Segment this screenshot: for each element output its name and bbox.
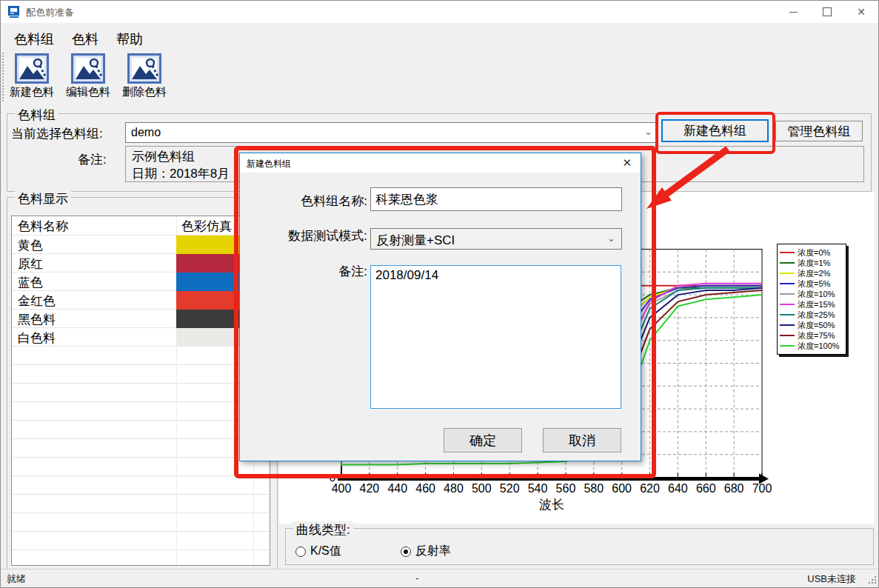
- radio-selected-dot: [404, 549, 408, 554]
- x-tick-label: 480: [444, 482, 464, 495]
- picture-icon: [71, 53, 105, 84]
- colorant-set-combobox-value: demo: [131, 126, 161, 139]
- colorant-display-group-title: 色料显示: [15, 190, 71, 207]
- table-row[interactable]: 黄色: [12, 235, 270, 254]
- radio-ks-value[interactable]: K/S值: [295, 544, 341, 559]
- menu-item-2[interactable]: 色料: [63, 28, 107, 50]
- table-empty-row[interactable]: [12, 347, 270, 365]
- menu-item-1[interactable]: 色料组: [5, 28, 63, 50]
- table-empty-row[interactable]: [12, 476, 270, 495]
- title-bar: 配色前准备 ✕: [1, 1, 878, 23]
- dialog-remark-textarea[interactable]: 2018/09/14: [370, 265, 621, 409]
- tool-button-label: 删除色料: [122, 85, 167, 99]
- x-tick-label: 540: [528, 482, 548, 495]
- minimize-button[interactable]: [776, 1, 810, 23]
- table-empty-row[interactable]: [12, 421, 270, 439]
- colorant-table[interactable]: 色料名称色彩仿真黄色原红蓝色金红色黑色料白色料: [11, 216, 270, 566]
- new-colorant-set-button[interactable]: 新建色料组: [661, 119, 769, 142]
- radio-reflectance[interactable]: 反射率: [401, 544, 451, 559]
- dialog-close-icon[interactable]: ✕: [622, 156, 632, 170]
- x-tick-label: 680: [724, 482, 744, 495]
- colorant-set-combobox[interactable]: demo ⌄: [125, 122, 658, 143]
- tool-button-label: 新建色料: [10, 85, 54, 99]
- legend-label: 浓度=15%: [798, 299, 835, 310]
- legend-line-swatch: [780, 324, 795, 326]
- colorant-name: 原红: [18, 255, 43, 273]
- table-row[interactable]: 蓝色: [12, 273, 270, 291]
- picture-icon: [127, 53, 161, 84]
- legend-label: 浓度=75%: [798, 330, 835, 341]
- close-button[interactable]: ✕: [844, 1, 878, 23]
- x-tick-label: 580: [584, 482, 604, 495]
- x-tick-label: 700: [752, 482, 772, 495]
- legend-entry: 浓度=2%: [780, 268, 843, 278]
- menu-item-3[interactable]: 帮助: [107, 28, 152, 50]
- dialog-cancel-button[interactable]: 取消: [543, 428, 621, 452]
- manage-colorant-set-button-label: 管理色料组: [788, 123, 851, 140]
- table-row[interactable]: 金红色: [12, 291, 270, 310]
- dialog-name-input[interactable]: [370, 187, 622, 211]
- table-empty-row[interactable]: [12, 384, 270, 402]
- maximize-button[interactable]: [810, 1, 844, 23]
- colorant-name: 黄色: [18, 237, 43, 254]
- x-tick-label: 520: [500, 482, 520, 495]
- legend-line-swatch: [780, 314, 795, 315]
- resize-grip-icon[interactable]: [867, 576, 876, 585]
- dialog-mode-combobox[interactable]: 反射测量+SCI ⌄: [370, 228, 622, 250]
- table-empty-row[interactable]: [12, 439, 270, 458]
- x-tick-label: 400: [332, 482, 352, 495]
- col-header-simulation: 色彩仿真: [181, 218, 232, 235]
- table-empty-row[interactable]: [12, 513, 270, 532]
- legend-line-swatch: [780, 345, 795, 347]
- remark-label: 备注:: [78, 151, 107, 168]
- tool-button-label: 编辑色料: [66, 85, 110, 99]
- table-empty-row[interactable]: [12, 532, 270, 550]
- new-colorant-set-dialog: 新建色料组 ✕ 色料组名称: 数据测试模式: 反射测量+SCI ⌄ 备注: 20…: [239, 153, 641, 461]
- minimize-icon: [789, 12, 798, 13]
- colorant-name: 白色料: [18, 330, 56, 347]
- legend-line-swatch: [780, 252, 795, 253]
- maximize-icon: [823, 7, 832, 16]
- status-bar: 就绪 - USB未连接: [1, 569, 878, 587]
- legend-label: 浓度=5%: [798, 278, 830, 290]
- table-empty-row[interactable]: [12, 550, 270, 566]
- table-empty-row[interactable]: [12, 365, 270, 384]
- dialog-mode-label: 数据测试模式:: [249, 227, 367, 244]
- tool-button-3[interactable]: 删除色料: [119, 52, 170, 101]
- x-tick-label: 420: [360, 482, 380, 495]
- table-row[interactable]: 白色料: [12, 328, 270, 347]
- legend-entry: 浓度=10%: [780, 289, 843, 299]
- manage-colorant-set-button[interactable]: 管理色料组: [775, 121, 863, 141]
- legend-entry: 浓度=75%: [780, 330, 843, 341]
- app-icon: [8, 6, 21, 19]
- current-set-label: 当前选择色料组:: [11, 125, 103, 142]
- dialog-ok-button[interactable]: 确定: [444, 428, 522, 452]
- table-row[interactable]: 黑色料: [12, 310, 270, 328]
- tool-button-1[interactable]: 新建色料: [7, 52, 57, 101]
- table-empty-row[interactable]: [12, 458, 270, 476]
- y-origin-label: 0: [330, 471, 335, 484]
- table-empty-row[interactable]: [12, 402, 270, 421]
- legend-label: 浓度=50%: [798, 320, 835, 331]
- radio-label: K/S值: [310, 544, 341, 559]
- radio-label: 反射率: [415, 544, 451, 559]
- legend-entry: 浓度=100%: [780, 341, 843, 351]
- colorant-name: 金红色: [18, 293, 56, 310]
- legend-line-swatch: [780, 262, 795, 264]
- legend-entry: 浓度=50%: [780, 320, 843, 330]
- dialog-remark-label: 备注:: [249, 263, 367, 280]
- dialog-ok-button-label: 确定: [469, 432, 496, 450]
- tool-button-2[interactable]: 编辑色料: [63, 52, 113, 101]
- new-colorant-set-button-label: 新建色料组: [684, 122, 746, 139]
- colorant-name: 黑色料: [18, 311, 56, 328]
- legend-line-swatch: [780, 335, 795, 336]
- toolbar: 新建色料编辑色料删除色料: [1, 50, 878, 106]
- legend-entry: 浓度=25%: [780, 310, 843, 320]
- x-tick-label: 500: [472, 482, 492, 495]
- table-row[interactable]: 原红: [12, 254, 270, 273]
- legend-entry: 浓度=5%: [780, 278, 843, 289]
- window-title: 配色前准备: [26, 6, 74, 19]
- legend-line-swatch: [780, 283, 795, 284]
- legend-label: 浓度=25%: [798, 310, 835, 321]
- table-empty-row[interactable]: [12, 495, 270, 513]
